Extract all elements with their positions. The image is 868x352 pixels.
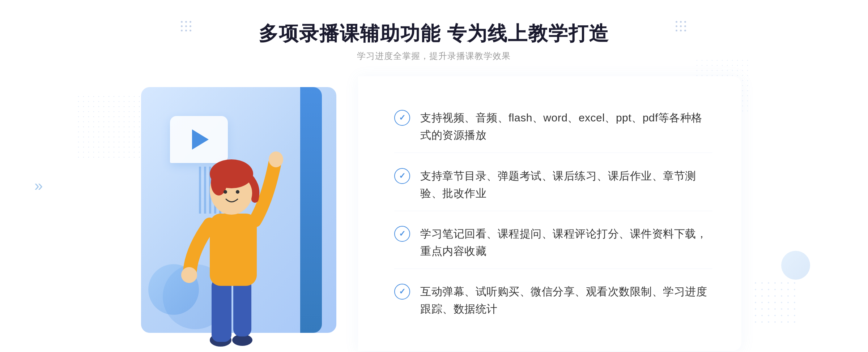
small-circle-decoration <box>781 251 810 280</box>
check-mark-1: ✓ <box>399 114 405 122</box>
check-circle-icon-1: ✓ <box>394 110 410 126</box>
page-title: 多项录播课辅助功能 专为线上教学打造 <box>259 22 609 45</box>
check-mark-3: ✓ <box>399 230 405 238</box>
feature-item-4: ✓ 互动弹幕、试听购买、微信分享、观看次数限制、学习进度跟踪、数据统计 <box>394 274 712 326</box>
content-area: ✓ 支持视频、音频、flash、word、excel、ppt、pdf等各种格式的… <box>127 76 741 351</box>
dot-grid-icon <box>181 21 192 33</box>
feature-text-4: 互动弹幕、试听购买、微信分享、观看次数限制、学习进度跟踪、数据统计 <box>420 283 712 318</box>
svg-point-5 <box>181 267 197 283</box>
check-mark-2: ✓ <box>399 172 405 180</box>
check-circle-icon-3: ✓ <box>394 226 410 242</box>
features-panel: ✓ 支持视频、音频、flash、word、excel、ppt、pdf等各种格式的… <box>358 76 741 351</box>
dot-grid-icon <box>676 21 687 33</box>
page-wrapper: 多项录播课辅助功能 专为线上教学打造 学习进度全掌握，提升录播课教学效果 » <box>0 0 868 352</box>
svg-point-6 <box>269 151 283 167</box>
chevron-left-icon: » <box>34 177 40 194</box>
feature-text-1: 支持视频、音频、flash、word、excel、ppt、pdf等各种格式的资源… <box>420 109 712 144</box>
feature-item-2: ✓ 支持章节目录、弹题考试、课后练习、课后作业、章节测验、批改作业 <box>394 159 712 211</box>
check-circle-icon-4: ✓ <box>394 284 410 300</box>
check-circle-icon-2: ✓ <box>394 168 410 184</box>
title-dots-right-decoration <box>676 21 687 33</box>
title-dots-left-decoration <box>181 21 192 33</box>
check-mark-4: ✓ <box>399 288 405 296</box>
svg-rect-2 <box>212 279 231 342</box>
feature-item-1: ✓ 支持视频、音频、flash、word、excel、ppt、pdf等各种格式的… <box>394 100 712 153</box>
illustration-area <box>127 76 358 351</box>
page-header: 多项录播课辅助功能 专为线上教学打造 学习进度全掌握，提升录播课教学效果 <box>259 22 609 62</box>
feature-text-3: 学习笔记回看、课程提问、课程评论打分、课件资料下载，重点内容收藏 <box>420 225 712 260</box>
svg-rect-3 <box>233 279 251 336</box>
deco-dots-bottom-right-decoration <box>752 280 796 323</box>
person-illustration <box>163 127 300 351</box>
feature-item-3: ✓ 学习笔记回看、课程提问、课程评论打分、课件资料下载，重点内容收藏 <box>394 216 712 269</box>
blue-stripe-decoration <box>300 87 322 333</box>
svg-point-11 <box>236 190 239 194</box>
page-subtitle: 学习进度全掌握，提升录播课教学效果 <box>259 50 609 62</box>
svg-point-10 <box>224 190 227 194</box>
feature-text-2: 支持章节目录、弹题考试、课后练习、课后作业、章节测验、批改作业 <box>420 167 712 202</box>
